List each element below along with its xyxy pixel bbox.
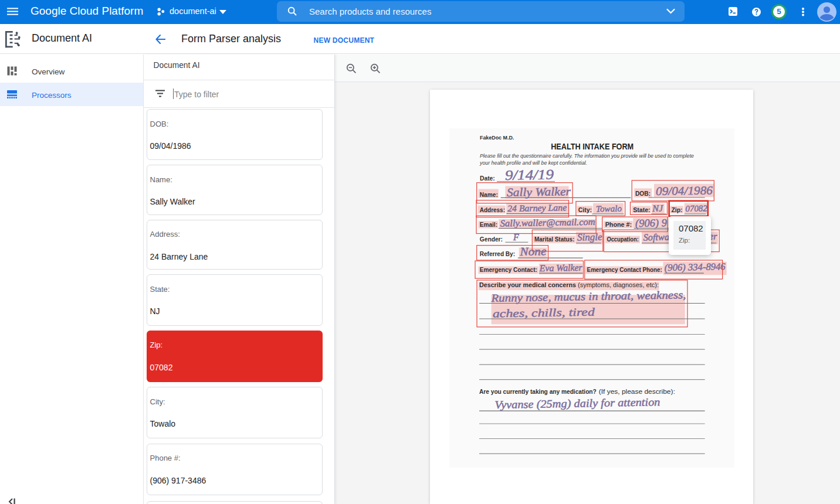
svg-text:Email:: Email: [480, 222, 497, 228]
svg-text:07082: 07082 [685, 203, 707, 213]
svg-text:Occupation:: Occupation: [607, 236, 638, 242]
svg-text:Please fill out the questionna: Please fill out the questionnaire carefu… [480, 153, 694, 159]
svg-text:9/14/19: 9/14/19 [504, 166, 553, 182]
svg-text:Referred By:: Referred By: [480, 251, 515, 257]
svg-text:Emergency Contact Phone:: Emergency Contact Phone: [587, 266, 662, 273]
svg-text:None: None [519, 244, 546, 258]
svg-text:FakeDoc M.D.: FakeDoc M.D. [480, 134, 514, 141]
svg-text:Zip:: Zip: [671, 207, 682, 213]
svg-text:State:: State: [633, 207, 650, 213]
svg-text:Address:: Address: [480, 207, 505, 213]
svg-text:(906) 9: (906) 9 [635, 217, 667, 230]
svg-text:(906) 334-8946: (906) 334-8946 [664, 261, 726, 273]
svg-text:Name:: Name: [480, 192, 498, 198]
svg-text:Gender:: Gender: [480, 236, 503, 242]
svg-text:Are you currently taking any m: Are you currently taking any medication? [479, 388, 597, 394]
svg-text:(symptoms, diagnoses, etc):: (symptoms, diagnoses, etc): [578, 282, 659, 288]
svg-text:Emergency Contact:: Emergency Contact: [480, 266, 537, 273]
svg-text:Describe your medical concerns: Describe your medical concerns [479, 282, 576, 288]
svg-text:aches, chills, tired: aches, chills, tired [492, 305, 595, 319]
svg-text:Eva Walker: Eva Walker [538, 262, 582, 273]
svg-text:Phone #:: Phone #: [605, 222, 631, 228]
svg-text:NJ: NJ [652, 203, 663, 213]
svg-text:Date:: Date: [480, 175, 495, 182]
svg-text:your health profile and will b: your health profile and will be kept con… [479, 160, 587, 166]
svg-text:09/04/1986: 09/04/1986 [655, 183, 712, 197]
svg-text:City:: City: [578, 207, 592, 213]
svg-text:24 Barney Lane: 24 Barney Lane [507, 202, 567, 213]
svg-text:Single: Single [577, 231, 602, 243]
svg-text:Towalo: Towalo [596, 203, 622, 213]
svg-text:(If yes, please describe):: (If yes, please describe): [599, 388, 675, 394]
svg-text:Sally Walker: Sally Walker [506, 185, 571, 199]
svg-text:F: F [513, 232, 519, 242]
svg-text:Marital Status:: Marital Status: [534, 236, 574, 242]
svg-text:HEALTH INTAKE FORM: HEALTH INTAKE FORM [551, 142, 634, 151]
svg-text:DOB:: DOB: [635, 190, 651, 197]
